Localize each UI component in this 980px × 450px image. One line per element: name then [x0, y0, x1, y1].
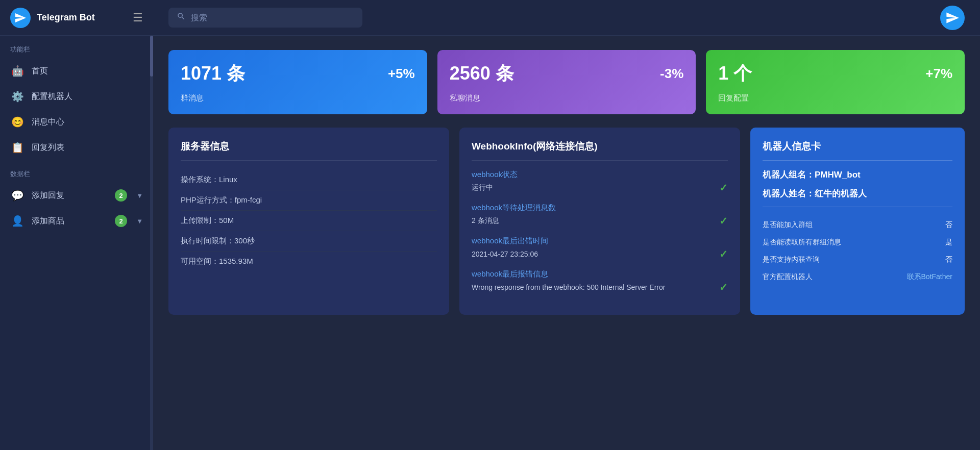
server-space-value: 可用空间：1535.93M	[181, 257, 253, 265]
bot-can-read-messages-label: 是否能读取所有群组消息	[763, 238, 841, 247]
bot-panel-title: 机器人信息卡	[763, 140, 952, 161]
stats-row: 1071 条 +5% 群消息 2560 条 -3% 私聊消息 1 个 +7% 回…	[168, 50, 965, 114]
server-upload-row: 上传限制：50M	[181, 211, 437, 231]
private-messages-change: -3%	[660, 66, 683, 82]
server-os-value: 操作系统：Linux	[181, 175, 237, 184]
section-label-features: 功能栏	[0, 36, 153, 58]
webhook-status-label: webhook状态	[472, 170, 728, 180]
webhook-last-error-msg-label: webhook最后报错信息	[472, 269, 728, 279]
sidebar-item-configure-bot[interactable]: ⚙️ 配置机器人	[0, 84, 153, 109]
webhook-last-error-msg-value-row: Wrong response from the webhook: 500 Int…	[472, 281, 728, 293]
sidebar-item-add-reply[interactable]: 💬 添加回复 2 ▼	[0, 183, 153, 208]
bot-official-config-value[interactable]: 联系BotFather	[907, 272, 952, 282]
sidebar: Telegram Bot ☰ 功能栏 🤖 首页 ⚙️ 配置机器人 😊 消息中心 …	[0, 0, 153, 450]
app-title: Telegram Bot	[37, 12, 95, 23]
webhook-pending-label: webhook等待处理消息数	[472, 203, 728, 213]
webhook-last-error-time-check-icon: ✓	[719, 248, 728, 260]
reply-config-value: 1 个	[718, 61, 752, 86]
server-php-value: PHP运行方式：fpm-fcgi	[181, 195, 262, 204]
bot-group-name-value: PMHW_bot	[815, 170, 861, 180]
sidebar-item-home[interactable]: 🤖 首页	[0, 58, 153, 84]
webhook-pending-value: 2 条消息	[472, 216, 499, 226]
webhook-last-error-msg-value: Wrong response from the webhook: 500 Int…	[472, 283, 665, 291]
topbar-right	[940, 6, 965, 30]
panels-row: 服务器信息 操作系统：Linux PHP运行方式：fpm-fcgi 上传限制：5…	[168, 128, 965, 315]
bot-display-name-value: 红牛的机器人	[815, 189, 867, 198]
webhook-last-error-time-item: webhook最后出错时间 2021-04-27 23:25:06 ✓	[472, 236, 728, 260]
server-php-row: PHP运行方式：fpm-fcgi	[181, 190, 437, 211]
bot-info-panel: 机器人信息卡 机器人组名：PMHW_bot 机器人姓名：红牛的机器人 是否能加入…	[750, 128, 965, 315]
webhook-last-error-msg-check-icon: ✓	[719, 281, 728, 293]
telegram-logo-icon	[10, 8, 31, 28]
server-info-title: 服务器信息	[181, 140, 437, 161]
add-product-chevron-icon: ▼	[136, 217, 143, 225]
webhook-status-check-icon: ✓	[719, 182, 728, 194]
home-icon: 🤖	[10, 65, 24, 77]
content-area: 1071 条 +5% 群消息 2560 条 -3% 私聊消息 1 个 +7% 回…	[153, 36, 980, 450]
bot-group-name-row: 机器人组名：PMHW_bot	[763, 169, 952, 181]
server-space-row: 可用空间：1535.93M	[181, 252, 437, 271]
search-icon	[177, 12, 186, 23]
stat-group-top: 1071 条 +5%	[181, 61, 415, 86]
bot-inline-query-row: 是否支持内联查询 否	[763, 251, 952, 268]
bot-inline-query-value: 否	[945, 255, 952, 264]
bot-display-name-label: 机器人姓名：	[763, 189, 815, 198]
webhook-pending-item: webhook等待处理消息数 2 条消息 ✓	[472, 203, 728, 227]
add-product-icon: 👤	[10, 215, 24, 227]
bot-can-join-group-row: 是否能加入群组 否	[763, 216, 952, 234]
main-content: 1071 条 +5% 群消息 2560 条 -3% 私聊消息 1 个 +7% 回…	[153, 0, 980, 450]
topbar	[153, 0, 980, 36]
add-reply-chevron-icon: ▼	[136, 192, 143, 199]
group-messages-change: +5%	[388, 66, 415, 82]
reply-config-label: 回复配置	[718, 93, 952, 103]
sidebar-logo: Telegram Bot	[10, 8, 95, 28]
bot-inline-query-label: 是否支持内联查询	[763, 255, 820, 264]
group-messages-label: 群消息	[181, 93, 415, 103]
bot-can-join-group-label: 是否能加入群组	[763, 220, 813, 230]
configure-icon: ⚙️	[10, 90, 24, 103]
bot-official-config-row: 官方配置机器人 联系BotFather	[763, 268, 952, 286]
hamburger-menu-icon[interactable]: ☰	[133, 11, 143, 24]
search-input[interactable]	[191, 13, 354, 22]
sidebar-item-message-center[interactable]: 😊 消息中心	[0, 109, 153, 135]
webhook-info-panel: WebhookInfo(网络连接信息) webhook状态 运行中 ✓ webh…	[459, 128, 740, 315]
webhook-pending-check-icon: ✓	[719, 215, 728, 227]
webhook-status-value-row: 运行中 ✓	[472, 182, 728, 194]
scrollbar-thumb	[150, 36, 153, 77]
sidebar-item-reply-list[interactable]: 📋 回复列表	[0, 135, 153, 160]
server-timelimit-row: 执行时间限制：300秒	[181, 231, 437, 252]
server-timelimit-value: 执行时间限制：300秒	[181, 236, 255, 245]
private-messages-value: 2560 条	[450, 61, 514, 86]
bot-can-join-group-value: 否	[945, 220, 952, 230]
stat-card-reply-config: 1 个 +7% 回复配置	[706, 50, 965, 114]
sidebar-add-reply-label: 添加回复	[32, 190, 64, 201]
reply-list-icon: 📋	[10, 141, 24, 154]
search-bar[interactable]	[168, 8, 362, 28]
add-product-badge: 2	[115, 215, 127, 227]
sidebar-configure-label: 配置机器人	[32, 91, 72, 102]
stat-reply-top: 1 个 +7%	[718, 61, 952, 86]
webhook-pending-value-row: 2 条消息 ✓	[472, 215, 728, 227]
bot-display-name-row: 机器人姓名：红牛的机器人	[763, 188, 952, 207]
bot-group-name-label: 机器人组名：	[763, 170, 815, 180]
stat-card-group-messages: 1071 条 +5% 群消息	[168, 50, 427, 114]
webhook-status-value: 运行中	[472, 183, 493, 192]
sidebar-item-add-product[interactable]: 👤 添加商品 2 ▼	[0, 208, 153, 234]
sidebar-add-product-label: 添加商品	[32, 216, 64, 227]
reply-config-change: +7%	[925, 66, 952, 82]
server-upload-value: 上传限制：50M	[181, 216, 234, 224]
webhook-last-error-msg-item: webhook最后报错信息 Wrong response from the we…	[472, 269, 728, 293]
private-messages-label: 私聊消息	[450, 93, 684, 103]
server-info-panel: 服务器信息 操作系统：Linux PHP运行方式：fpm-fcgi 上传限制：5…	[168, 128, 449, 315]
webhook-last-error-time-label: webhook最后出错时间	[472, 236, 728, 246]
stat-card-private-messages: 2560 条 -3% 私聊消息	[437, 50, 696, 114]
group-messages-value: 1071 条	[181, 61, 245, 86]
sidebar-header: Telegram Bot ☰	[0, 0, 153, 36]
bot-can-read-messages-value: 是	[945, 238, 952, 247]
topbar-telegram-icon	[940, 6, 965, 30]
sidebar-reply-list-label: 回复列表	[32, 142, 64, 153]
webhook-last-error-time-value-row: 2021-04-27 23:25:06 ✓	[472, 248, 728, 260]
sidebar-scrollbar[interactable]	[150, 36, 153, 450]
webhook-last-error-time-value: 2021-04-27 23:25:06	[472, 250, 538, 258]
webhook-info-title: WebhookInfo(网络连接信息)	[472, 140, 728, 161]
